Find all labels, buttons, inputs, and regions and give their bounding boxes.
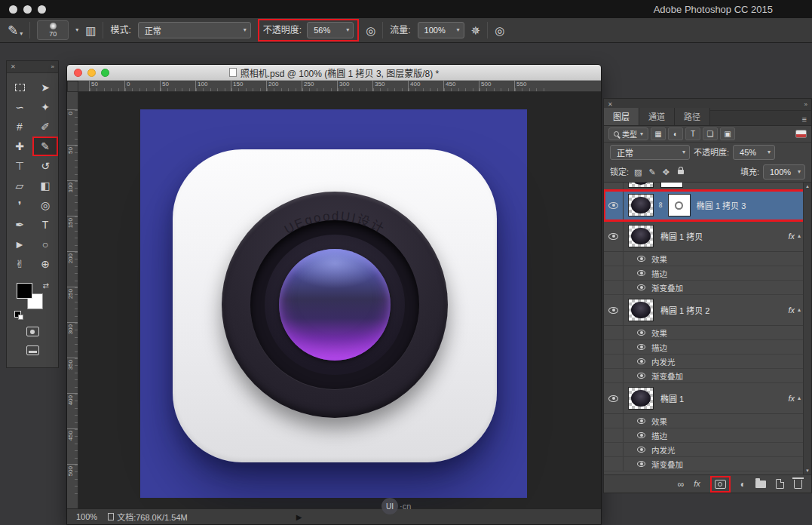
window-minimize-button[interactable]: [23, 5, 32, 14]
effect-name[interactable]: 描边: [651, 430, 667, 441]
effect-eye-icon[interactable]: [637, 284, 645, 290]
blend-mode-select[interactable]: 正常 ▾: [610, 145, 690, 160]
effect-eye-icon[interactable]: [637, 256, 645, 262]
pen-pressure-size-icon[interactable]: ◎: [495, 25, 504, 36]
default-colors-icon[interactable]: [14, 311, 21, 318]
eyedropper-tool[interactable]: ✐: [32, 117, 58, 137]
effect-row[interactable]: 内发光: [604, 443, 811, 457]
effect-row[interactable]: 效果: [604, 326, 811, 340]
canvas-image[interactable]: UEgoodUI设计: [140, 109, 527, 498]
effect-eye-icon[interactable]: [637, 432, 645, 438]
doc-zoom-button[interactable]: [101, 69, 109, 77]
visibility-toggle[interactable]: [604, 295, 624, 325]
zoom-level-field[interactable]: 100%: [76, 512, 97, 521]
effect-row[interactable]: 描边: [604, 340, 811, 355]
gradient-tool[interactable]: ◧: [32, 176, 58, 195]
layer-name[interactable]: 椭圆 1 拷贝 2: [660, 304, 709, 316]
layer-name[interactable]: 椭圆 1 拷贝: [660, 230, 703, 242]
effect-eye-icon[interactable]: [637, 358, 645, 364]
toggle-brush-panel-icon[interactable]: ▥: [85, 25, 96, 36]
blur-tool[interactable]: ❜: [7, 195, 32, 215]
layer-row-ellipse-1-copy[interactable]: 椭圆 1 拷贝 fx ▴: [604, 221, 811, 252]
window-maximize-button[interactable]: [38, 5, 46, 14]
opacity-select[interactable]: 56% ▾: [307, 22, 354, 38]
scroll-up-arrow[interactable]: ▲: [805, 184, 810, 189]
flow-select[interactable]: 100% ▾: [418, 22, 464, 38]
filter-adjustment-layers-button[interactable]: ◐: [668, 127, 683, 140]
effect-eye-icon[interactable]: [637, 373, 645, 379]
layer-row-ellipse-1-copy-3[interactable]: ∞ 椭圆 1 拷贝 3: [604, 190, 811, 221]
path-selection-tool[interactable]: ►: [7, 235, 32, 254]
link-layers-icon[interactable]: ∞: [678, 480, 685, 489]
effect-row[interactable]: 渐变叠加: [604, 457, 811, 471]
visibility-toggle[interactable]: [604, 183, 624, 189]
effect-name[interactable]: 描边: [651, 268, 667, 279]
airbrush-icon[interactable]: ✵: [471, 25, 481, 36]
tab-paths[interactable]: 路径: [675, 108, 710, 125]
layer-list-scrollbar[interactable]: ▲ ▼: [803, 183, 811, 474]
effect-row[interactable]: 描边: [604, 428, 811, 443]
crop-tool[interactable]: #: [7, 117, 32, 137]
layer-thumbnail[interactable]: [628, 225, 654, 247]
layer-thumbnail[interactable]: [628, 194, 654, 216]
layer-name[interactable]: 椭圆 1 拷贝 3: [697, 199, 746, 211]
effect-name[interactable]: 渐变叠加: [651, 459, 683, 470]
effect-row[interactable]: 内发光: [604, 355, 811, 369]
history-brush-tool[interactable]: ↺: [32, 156, 58, 176]
filter-pixel-layers-button[interactable]: ▦: [651, 127, 666, 140]
effect-name[interactable]: 效果: [651, 416, 667, 427]
doc-minimize-button[interactable]: [87, 69, 96, 77]
tab-channels[interactable]: 通道: [639, 108, 675, 125]
new-group-icon[interactable]: [755, 480, 766, 488]
move-tool[interactable]: ➤: [32, 78, 58, 97]
effect-row[interactable]: 渐变叠加: [604, 369, 811, 383]
rectangular-marquee-tool[interactable]: [7, 78, 32, 97]
swap-colors-icon[interactable]: ⇄: [43, 281, 49, 290]
effect-eye-icon[interactable]: [637, 461, 645, 467]
quick-mask-icon[interactable]: [26, 327, 39, 336]
collapse-panel-icon[interactable]: »: [804, 101, 807, 108]
vertical-ruler[interactable]: 0 50 100 150 200 250 300 350 400 450 500: [67, 92, 78, 508]
panel-menu-icon[interactable]: ≡: [798, 115, 811, 125]
effect-name[interactable]: 描边: [651, 342, 667, 353]
layer-row-ellipse-1-copy-2[interactable]: 椭圆 1 拷贝 2 fx ▴: [604, 295, 811, 326]
lock-pixels-icon[interactable]: ✎: [648, 168, 655, 177]
filter-type-select[interactable]: 类型 ▾: [608, 127, 648, 140]
screen-mode-icon[interactable]: [26, 345, 39, 355]
tab-layers[interactable]: 图层: [604, 108, 639, 125]
effect-eye-icon[interactable]: [637, 418, 645, 424]
eraser-tool[interactable]: ▱: [7, 176, 32, 195]
filter-type-layers-button[interactable]: T: [685, 127, 700, 140]
effect-name[interactable]: 渐变叠加: [651, 370, 683, 382]
adjustment-layer-icon[interactable]: ◐: [740, 480, 746, 489]
visibility-toggle[interactable]: [604, 221, 624, 251]
layer-mask-thumbnail[interactable]: [668, 194, 691, 216]
clone-stamp-tool[interactable]: ⊤: [7, 156, 32, 176]
doc-close-button[interactable]: [74, 69, 82, 77]
layer-thumbnail[interactable]: [628, 299, 654, 321]
foreground-color-swatch[interactable]: [17, 283, 32, 299]
filter-shape-layers-button[interactable]: ❏: [703, 127, 718, 140]
scroll-down-arrow[interactable]: ▼: [805, 468, 810, 473]
effect-eye-icon[interactable]: [637, 330, 645, 336]
pen-tool[interactable]: ✒: [7, 215, 32, 235]
spot-healing-brush-tool[interactable]: ✚: [7, 137, 32, 156]
document-titlebar[interactable]: 照相机.psd @ 100% (椭圆 1 拷贝 3, 图层蒙版/8) *: [67, 65, 601, 81]
brush-tool[interactable]: ✎: [32, 137, 58, 156]
lock-transparency-icon[interactable]: ▨: [634, 168, 642, 177]
add-layer-mask-button[interactable]: [710, 476, 731, 493]
effect-name[interactable]: 渐变叠加: [651, 282, 683, 293]
effect-row[interactable]: 渐变叠加: [604, 281, 811, 295]
zoom-tool[interactable]: ⊕: [32, 254, 58, 274]
mode-select[interactable]: 正常 ▾: [138, 22, 251, 38]
pen-pressure-opacity-icon[interactable]: ◎: [366, 25, 375, 36]
close-icon[interactable]: ✕: [608, 101, 613, 108]
window-close-button[interactable]: [9, 5, 17, 14]
dodge-tool[interactable]: ◎: [32, 195, 58, 215]
close-icon[interactable]: ✕: [11, 63, 16, 70]
layer-row-ellipse-1[interactable]: 椭圆 1 fx ▴: [604, 383, 811, 414]
effect-row[interactable]: 效果: [604, 252, 811, 266]
quick-selection-tool[interactable]: ✦: [32, 97, 58, 117]
effect-row[interactable]: 描边: [604, 266, 811, 281]
new-layer-icon[interactable]: [776, 479, 784, 489]
